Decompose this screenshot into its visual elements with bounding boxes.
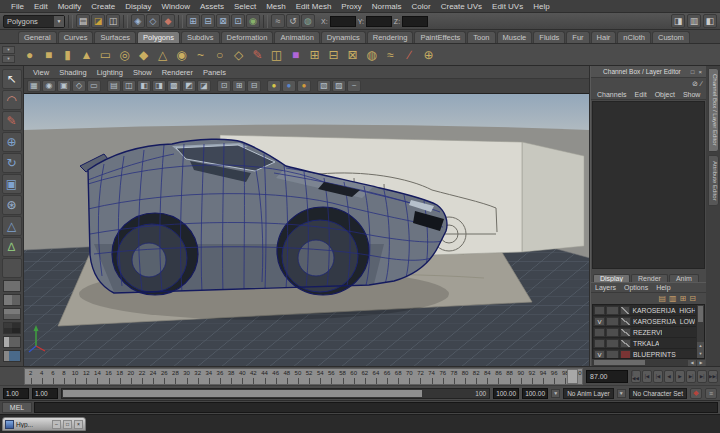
menu-item[interactable]: Modify [53, 2, 87, 11]
shelf-tab[interactable]: PaintEffects [414, 31, 466, 43]
menu-item[interactable]: Assets [195, 2, 229, 11]
shelf-tool-button[interactable]: ◫ [267, 45, 286, 64]
panel-toolbar-button[interactable]: ● [267, 80, 281, 92]
layer-toolbar-button[interactable]: ⊟ [689, 295, 696, 303]
layer-playback-toggle[interactable] [606, 339, 619, 348]
shelf-tool-button[interactable]: ■ [39, 45, 58, 64]
playback-button[interactable]: |◀ [642, 370, 652, 383]
layer-color-swatch[interactable] [620, 317, 631, 326]
layer-row[interactable]: TRKALA [593, 338, 704, 349]
menu-set-selector[interactable]: Polygons ▼ [3, 15, 65, 28]
minimized-window[interactable]: Hyp... – □ × [2, 417, 86, 431]
layer-list-vertical-scrollbar[interactable]: ▲ ▼ [696, 305, 704, 358]
shelf-tool-button[interactable]: ○ [210, 45, 229, 64]
scroll-left-arrow[interactable]: ◀ [688, 360, 696, 366]
layer-visibility-toggle[interactable] [594, 339, 605, 348]
layer-row[interactable]: V BLUEPRINTS [593, 349, 704, 359]
shelf-tool-button[interactable]: ▭ [96, 45, 115, 64]
maximize-icon[interactable]: □ [63, 420, 72, 429]
selection-mask-button[interactable]: ◈ [131, 14, 145, 28]
panel-toolbar-button[interactable]: ⊞ [232, 80, 246, 92]
file-icon-button[interactable]: ◪ [91, 14, 105, 28]
scroll-thumb[interactable] [594, 360, 645, 365]
snap-button[interactable]: ⊟ [201, 14, 215, 28]
menu-item[interactable]: Select [229, 2, 261, 11]
panel-menu-item[interactable]: Shading [54, 68, 92, 77]
range-slider-bar[interactable] [63, 390, 422, 397]
shelf-tool-button[interactable]: ⊟ [324, 45, 343, 64]
panel-header-button[interactable]: × [697, 69, 703, 75]
layer-row[interactable]: V KAROSERIJA_LOW [593, 316, 704, 327]
file-icon-button[interactable]: ◫ [106, 14, 120, 28]
shelf-tab[interactable]: Dynamics [321, 31, 366, 43]
shelf-tool-button[interactable]: ▲ [77, 45, 96, 64]
panel-toolbar-button[interactable] [102, 80, 106, 92]
shelf-tool-button[interactable]: ✎ [248, 45, 267, 64]
scroll-up-arrow[interactable]: ▲ [697, 342, 704, 350]
sidebar-vertical-tab[interactable]: Attribute Editor [708, 155, 719, 207]
layer-playback-toggle[interactable] [606, 350, 619, 359]
command-input[interactable] [34, 402, 718, 413]
layer-toolbar-button[interactable]: ⊞ [680, 295, 687, 303]
panel-toolbar-button[interactable] [312, 80, 316, 92]
sidebar-vertical-tab[interactable]: Channel Box / Layer Editor [708, 68, 719, 152]
animation-end-input[interactable]: 100.00 [522, 388, 548, 399]
file-icon-button[interactable]: ▤ [76, 14, 90, 28]
toolbox-tool-button[interactable]: ↖ [2, 69, 22, 89]
menu-item[interactable]: Mesh [261, 2, 291, 11]
menu-item[interactable]: Edit Mesh [291, 2, 337, 11]
time-slider-ruler[interactable]: 2468101214161820222426283032343638404244… [24, 368, 583, 385]
history-button[interactable]: ↺ [286, 14, 300, 28]
menu-item[interactable]: Proxy [336, 2, 366, 11]
playback-button[interactable]: ◀ [664, 370, 674, 383]
viewport-3d-canvas[interactable] [24, 94, 589, 366]
toolbox-tool-button[interactable]: ↻ [2, 153, 22, 173]
toolbox-tool-button[interactable]: △ [2, 216, 22, 236]
sidebar-toggle-button[interactable]: ◨ [671, 14, 685, 28]
channel-box-menu-item[interactable]: Show [679, 91, 705, 98]
animation-preferences-button[interactable]: ≡ [705, 388, 717, 399]
panel-toolbar-button[interactable]: ◨ [152, 80, 166, 92]
layer-editor-tab[interactable]: Anim [669, 274, 699, 282]
shelf-tab[interactable]: Curves [58, 31, 94, 43]
layer-color-swatch[interactable] [620, 350, 631, 359]
layer-playback-toggle[interactable] [606, 328, 619, 337]
shelf-tab[interactable]: Custom [652, 31, 690, 43]
x-input[interactable] [330, 16, 356, 27]
layer-playback-toggle[interactable] [606, 317, 619, 326]
toolbox-tool-button[interactable] [2, 258, 22, 278]
playback-start-input[interactable]: 1.00 [32, 388, 58, 399]
chevron-down-icon[interactable]: ▼ [551, 389, 560, 398]
toolbox-tool-button[interactable]: ∆ [2, 237, 22, 257]
shelf-tab[interactable]: Muscle [497, 31, 533, 43]
toolbox-tool-button[interactable]: ▣ [2, 174, 22, 194]
panel-header-button[interactable]: □ [690, 69, 696, 75]
shelf-tool-button[interactable]: △ [153, 45, 172, 64]
shelf-tab[interactable]: Rendering [367, 31, 414, 43]
shelf-tab[interactable]: Fur [566, 31, 589, 43]
panel-toolbar-button[interactable]: ◧ [137, 80, 151, 92]
channel-box-option-button[interactable]: ∕ [701, 80, 702, 87]
command-language-button[interactable]: MEL [2, 402, 32, 413]
close-icon[interactable]: × [74, 420, 83, 429]
auto-keyframe-toggle[interactable]: ◆ [690, 388, 702, 399]
status-divider[interactable] [68, 15, 73, 28]
status-divider[interactable] [123, 15, 128, 28]
playback-button[interactable]: ▶| [686, 370, 696, 383]
panel-menu-item[interactable]: Panels [198, 68, 231, 77]
layer-list-horizontal-scrollbar[interactable]: ◀ ▶ [592, 359, 705, 366]
panel-toolbar-button[interactable]: ⊟ [247, 80, 261, 92]
panel-toolbar-button[interactable]: ▩ [167, 80, 181, 92]
menu-item[interactable]: Color [407, 2, 436, 11]
panel-toolbar-button[interactable]: ▦ [27, 80, 41, 92]
panel-toolbar-button[interactable]: ◉ [42, 80, 56, 92]
shelf-tab[interactable]: Deformation [221, 31, 274, 43]
shelf-tool-button[interactable]: ⊕ [419, 45, 438, 64]
layer-editor-menu-item[interactable]: Layers [591, 284, 620, 291]
minimize-icon[interactable]: – [52, 420, 61, 429]
playback-button[interactable]: ▶| [697, 370, 707, 383]
status-divider[interactable] [178, 15, 183, 28]
menu-item[interactable]: Edit UVs [487, 2, 528, 11]
layer-visibility-toggle[interactable] [594, 306, 605, 315]
panel-toolbar-button[interactable]: ~ [347, 80, 361, 92]
